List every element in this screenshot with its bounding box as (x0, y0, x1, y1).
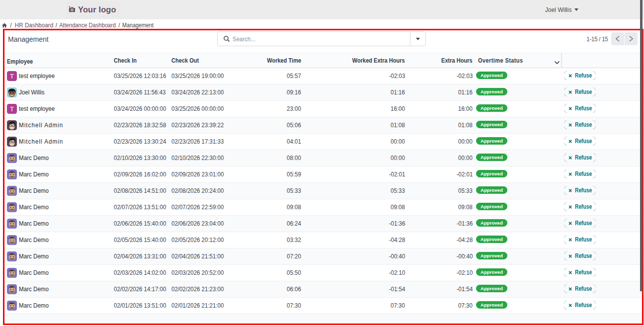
svg-text:T: T (10, 105, 14, 113)
svg-text:T: T (10, 73, 14, 80)
